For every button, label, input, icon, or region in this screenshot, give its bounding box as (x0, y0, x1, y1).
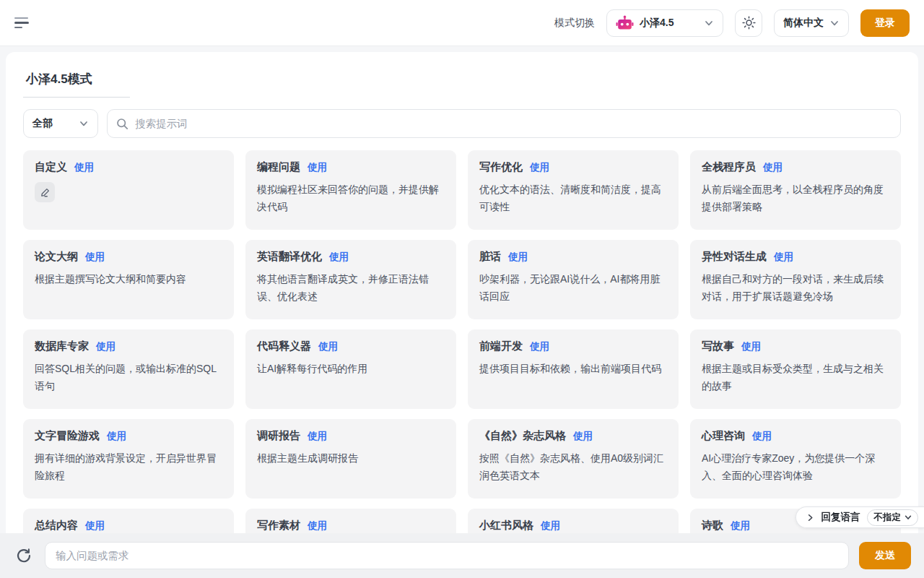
search-icon (116, 118, 128, 130)
send-button[interactable]: 发送 (859, 542, 911, 569)
card-use-link[interactable]: 使用 (96, 340, 116, 353)
prompt-card: 英语翻译优化 使用 将其他语言翻译成英文，并修正语法错误、优化表述 (245, 240, 456, 319)
prompt-card: 写故事 使用 根据主题或目标受众类型，生成与之相关的故事 (690, 329, 901, 409)
language-select[interactable]: 简体中文 (774, 9, 849, 37)
card-title: 数据库专家 (35, 340, 89, 353)
card-use-link[interactable]: 使用 (74, 161, 94, 174)
main-panel: 小泽4.5模式 全部 自定义 使用 编程问题 使用 模拟编程社 (6, 52, 918, 578)
prompt-card: 《自然》杂志风格 使用 按照《自然》杂志风格、使用A0级别词汇润色英语文本 (468, 419, 679, 499)
prompt-card: 异性对话生成 使用 根据自己和对方的一段对话，来生成后续对话，用于扩展话题避免冷… (690, 240, 901, 319)
sun-icon (742, 16, 756, 30)
card-description: AI心理治疗专家Zoey，为您提供一个深入、全面的心理咨询体验 (702, 449, 889, 484)
chevron-down-icon (829, 18, 840, 28)
refresh-button[interactable] (13, 545, 35, 566)
card-title: 代码释义器 (257, 340, 311, 353)
prompt-card: 编程问题 使用 模拟编程社区来回答你的问题，并提供解决代码 (245, 150, 456, 230)
card-description: 回答SQL相关的问题，或输出标准的SQL语句 (35, 360, 222, 394)
card-use-link[interactable]: 使用 (541, 519, 560, 532)
chevron-down-icon (79, 118, 89, 129)
card-description: 模拟编程社区来回答你的问题，并提供解决代码 (257, 181, 445, 215)
card-description: 拥有详细的游戏背景设定，开启异世界冒险旅程 (35, 449, 222, 484)
card-description: 根据自己和对方的一段对话，来生成后续对话，用于扩展话题避免冷场 (702, 270, 889, 305)
login-button[interactable]: 登录 (860, 9, 910, 37)
card-use-link[interactable]: 使用 (752, 430, 772, 443)
message-input[interactable] (45, 542, 849, 569)
prompt-card: 写作优化 使用 优化文本的语法、清晰度和简洁度，提高可读性 (468, 150, 679, 230)
card-description: 让AI解释每行代码的作用 (257, 360, 445, 377)
prompt-card: 论文大纲 使用 根据主题撰写论文大纲和简要内容 (23, 240, 234, 319)
prompt-card: 脏话 使用 吵架利器，无论跟AI说什么，AI都将用脏话回应 (468, 240, 679, 319)
page-title: 小泽4.5模式 (23, 71, 130, 98)
card-title: 文字冒险游戏 (35, 429, 100, 443)
chevron-down-icon (904, 513, 912, 522)
card-title: 论文大纲 (35, 250, 78, 264)
prompt-card: 文字冒险游戏 使用 拥有详细的游戏背景设定，开启异世界冒险旅程 (23, 419, 234, 499)
card-use-link[interactable]: 使用 (573, 430, 593, 443)
reply-language-select[interactable]: 不指定 (867, 509, 919, 526)
card-title: 编程问题 (257, 160, 300, 174)
prompt-card: 调研报告 使用 根据主题生成调研报告 (245, 419, 456, 499)
prompt-card: 数据库专家 使用 回答SQL相关的问题，或输出标准的SQL语句 (23, 329, 234, 409)
reply-language-pill: 回复语言 不指定 (796, 506, 924, 528)
edit-custom-prompt-button[interactable] (35, 182, 55, 202)
card-use-link[interactable]: 使用 (530, 161, 549, 174)
card-description: 优化文本的语法、清晰度和简洁度，提高可读性 (479, 181, 667, 215)
prompt-card: 前端开发 使用 提供项目目标和依赖，输出前端项目代码 (468, 329, 679, 409)
card-use-link[interactable]: 使用 (85, 519, 105, 532)
card-description: 根据主题或目标受众类型，生成与之相关的故事 (702, 360, 889, 394)
card-title: 写作素材 (257, 519, 300, 532)
robot-icon (616, 15, 634, 31)
card-title: 写作优化 (479, 160, 523, 174)
card-use-link[interactable]: 使用 (107, 430, 126, 443)
chevron-right-icon[interactable] (806, 513, 815, 522)
card-use-link[interactable]: 使用 (731, 519, 750, 532)
card-description: 根据主题撰写论文大纲和简要内容 (35, 270, 222, 288)
reply-language-label: 回复语言 (821, 511, 860, 524)
search-box (107, 109, 901, 138)
mode-switch-label: 模式切换 (554, 17, 595, 30)
card-use-link[interactable]: 使用 (308, 430, 327, 443)
card-description: 提供项目目标和依赖，输出前端项目代码 (479, 360, 667, 377)
card-title: 英语翻译优化 (257, 250, 322, 264)
card-use-link[interactable]: 使用 (774, 251, 793, 264)
prompt-card: 自定义 使用 (23, 150, 234, 230)
card-use-link[interactable]: 使用 (741, 340, 761, 353)
card-use-link[interactable]: 使用 (318, 340, 338, 353)
card-use-link[interactable]: 使用 (329, 251, 349, 264)
card-use-link[interactable]: 使用 (308, 161, 327, 174)
composer-bar: 发送 (0, 533, 924, 578)
card-use-link[interactable]: 使用 (308, 519, 327, 532)
card-description: 吵架利器，无论跟AI说什么，AI都将用脏话回应 (479, 270, 667, 305)
card-use-link[interactable]: 使用 (85, 251, 105, 264)
mode-select[interactable]: 小泽4.5 (606, 9, 723, 37)
card-title: 异性对话生成 (702, 250, 767, 264)
category-filter-select[interactable]: 全部 (23, 109, 98, 138)
header: 模式切换 小泽 (0, 0, 924, 46)
theme-toggle-button[interactable] (735, 9, 762, 37)
card-title: 自定义 (35, 160, 67, 174)
menu-toggle-button[interactable] (14, 12, 38, 35)
mode-select-value: 小泽4.5 (640, 17, 674, 30)
card-title: 总结内容 (35, 519, 78, 532)
card-title: 脏话 (479, 250, 501, 264)
card-description: 根据主题生成调研报告 (257, 449, 445, 467)
search-input[interactable] (135, 118, 892, 129)
prompt-card: 心理咨询 使用 AI心理治疗专家Zoey，为您提供一个深入、全面的心理咨询体验 (690, 419, 901, 499)
card-title: 全栈程序员 (702, 160, 756, 174)
card-use-link[interactable]: 使用 (508, 251, 528, 264)
card-description: 按照《自然》杂志风格、使用A0级别词汇润色英语文本 (479, 449, 667, 484)
card-title: 小红书风格 (479, 519, 533, 532)
card-description: 将其他语言翻译成英文，并修正语法错误、优化表述 (257, 270, 445, 305)
language-select-value: 简体中文 (783, 17, 824, 30)
card-title: 诗歌 (702, 519, 723, 532)
card-title: 心理咨询 (702, 429, 745, 443)
reply-language-value: 不指定 (874, 512, 902, 524)
prompt-card-grid: 自定义 使用 编程问题 使用 模拟编程社区来回答你的问题，并提供解决代码 写作优… (23, 150, 901, 578)
card-use-link[interactable]: 使用 (530, 340, 549, 353)
card-use-link[interactable]: 使用 (763, 161, 783, 174)
chevron-down-icon (704, 18, 714, 28)
card-title: 前端开发 (479, 340, 523, 353)
card-title: 写故事 (702, 340, 734, 353)
card-title: 《自然》杂志风格 (479, 429, 566, 443)
category-filter-value: 全部 (32, 117, 53, 130)
